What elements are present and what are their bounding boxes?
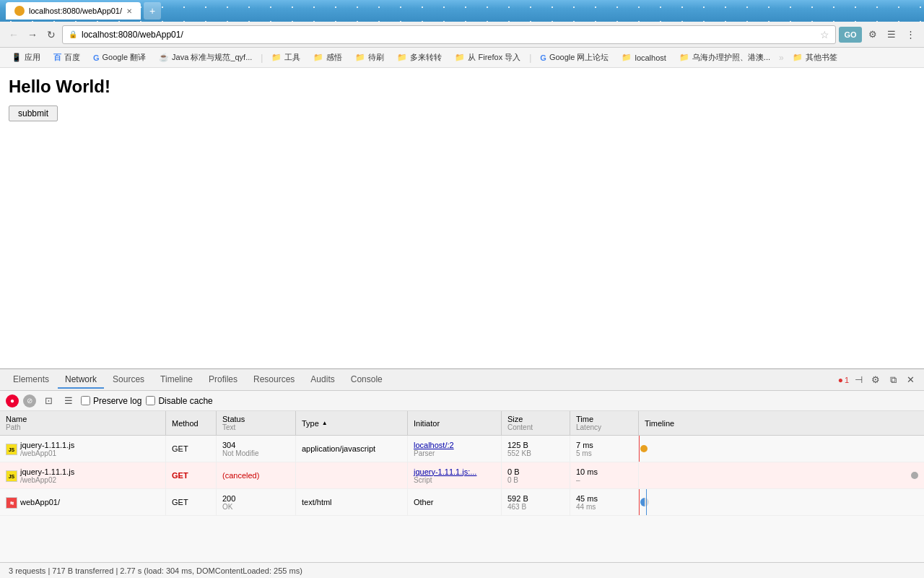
row3-timeline-dot — [640, 498, 649, 506]
google-groups-icon: G — [540, 53, 546, 62]
row2-status: (canceled) — [217, 462, 296, 488]
list-view-button[interactable]: ☰ — [61, 393, 77, 409]
more-icon[interactable]: ⋮ — [902, 27, 918, 43]
row1-size: 125 B 552 KB — [502, 436, 570, 462]
row1-timeline — [639, 436, 924, 462]
col-method[interactable]: Method — [166, 411, 217, 435]
bookmark-star-icon[interactable]: ☆ — [820, 29, 829, 40]
title-bar: localhost:8080/webApp01/ ✕ + — [0, 0, 924, 22]
browser-tab[interactable]: localhost:8080/webApp01/ ✕ — [6, 2, 141, 20]
tab-console[interactable]: Console — [344, 371, 390, 389]
table-row[interactable]: ⇆ webApp01/ GET 200 OK text/htm — [0, 489, 924, 516]
separator-2: | — [529, 53, 531, 63]
row3-status: 200 OK — [217, 489, 296, 515]
bookmark-ganwu[interactable]: 📁 感悟 — [308, 51, 348, 64]
devtools-settings-icon[interactable]: ⚙ — [868, 372, 884, 388]
apps-icon: 📱 — [12, 53, 22, 62]
filter-button[interactable]: ⊡ — [40, 393, 56, 409]
bookmark-wuhai[interactable]: 📁 乌海办理护照、港澳... — [674, 51, 776, 64]
row2-type — [296, 462, 408, 488]
network-subtoolbar: ● ⊘ ⊡ ☰ Preserve log Disable cache — [0, 391, 924, 411]
bookmark-java[interactable]: ☕ Java 标准与规范_qyf... — [153, 51, 258, 64]
col-status[interactable]: Status Text — [217, 411, 296, 435]
page-content: Hello World! subbmit — [0, 68, 924, 368]
bookmarks-bar: 📱 应用 百 百度 G Google 翻译 ☕ Java 标准与规范_qyf..… — [0, 48, 924, 68]
preserve-log-checkbox[interactable] — [81, 396, 90, 405]
google-translate-icon: G — [93, 53, 100, 62]
bookmark-daishua[interactable]: 📁 待刷 — [349, 51, 390, 64]
bookmark-baidu[interactable]: 百 百度 — [48, 51, 86, 64]
new-tab-button[interactable]: + — [144, 2, 161, 20]
navigation-bar: ← → ↻ 🔒 localhost:8080/webApp01/ ☆ GO ⚙ … — [0, 22, 924, 48]
record-button[interactable]: ● — [6, 394, 19, 407]
tab-close-button[interactable]: ✕ — [126, 7, 132, 15]
address-bar[interactable]: 🔒 localhost:8080/webApp01/ ☆ — [62, 25, 836, 44]
folder-icon-1: 📁 — [271, 53, 282, 62]
bookmark-apps[interactable]: 📱 应用 — [6, 51, 46, 64]
reload-button[interactable]: ↻ — [43, 27, 59, 43]
row2-method: GET — [166, 462, 217, 488]
bookmark-google-groups[interactable]: G Google 网上论坛 — [534, 51, 614, 64]
browser-window: localhost:8080/webApp01/ ✕ + ← → ↻ 🔒 loc… — [0, 0, 924, 578]
col-name[interactable]: Name Path — [0, 411, 166, 435]
table-row[interactable]: JS jquery-1.11.1.js /webApp01 GET 304 No… — [0, 436, 924, 462]
baidu-icon: 百 — [53, 52, 61, 63]
address-bar-icon: 🔒 — [69, 30, 77, 38]
console-drawer-icon[interactable]: ⊣ — [850, 372, 866, 388]
go-button[interactable]: GO — [839, 27, 862, 43]
page-heading: Hello World! — [9, 77, 915, 97]
bookmark-firefox-import[interactable]: 📁 从 Firefox 导入 — [449, 51, 526, 64]
col-size[interactable]: Size Content — [502, 411, 570, 435]
row2-timeline — [639, 462, 924, 488]
customize-icon[interactable]: ☰ — [884, 27, 899, 43]
row1-time: 7 ms 5 ms — [570, 436, 639, 462]
col-timeline[interactable]: Timeline 1.00 s 1.50 s 2.00 s 2.50 s — [639, 411, 924, 435]
col-time[interactable]: Time Latency — [570, 411, 639, 435]
tab-sources[interactable]: Sources — [105, 371, 152, 389]
java-icon: ☕ — [159, 53, 169, 62]
row1-status: 304 Not Modifie — [217, 436, 296, 462]
devtools-toolbar: Elements Network Sources Timeline Profil… — [0, 369, 924, 391]
preserve-log-label[interactable]: Preserve log — [81, 396, 141, 406]
col-type[interactable]: Type ▲ — [296, 411, 408, 435]
separator-3: » — [779, 53, 784, 63]
tab-audits[interactable]: Audits — [303, 371, 341, 389]
record-icon: ● — [10, 397, 14, 405]
sort-arrow-icon: ▲ — [322, 420, 328, 426]
forward-button[interactable]: → — [25, 27, 40, 43]
back-button[interactable]: ← — [6, 27, 22, 43]
bookmark-localhost[interactable]: 📁 localhost — [616, 51, 671, 64]
row3-type: text/html — [296, 489, 408, 515]
devtools-panel: Elements Network Sources Timeline Profil… — [0, 368, 924, 578]
tab-profiles[interactable]: Profiles — [201, 371, 245, 389]
row2-name: jquery-1.11.1.js /webApp02 — [20, 467, 74, 484]
folder-icon-7: 📁 — [679, 53, 689, 62]
folder-icon-6: 📁 — [622, 53, 632, 62]
bookmark-other[interactable]: 📁 其他书签 — [787, 51, 843, 64]
tab-resources[interactable]: Resources — [246, 371, 302, 389]
bookmark-duolai[interactable]: 📁 多来转转 — [391, 51, 448, 64]
submit-button[interactable]: subbmit — [9, 105, 58, 121]
row2-time: 10 ms – — [570, 462, 639, 488]
error-count-badge: ● 1 — [838, 375, 849, 385]
disable-cache-checkbox[interactable] — [146, 396, 155, 405]
row1-timeline-dot — [640, 445, 648, 452]
devtools-dock-icon[interactable]: ⧉ — [885, 372, 901, 388]
folder-icon-2: 📁 — [313, 53, 323, 62]
tab-elements[interactable]: Elements — [6, 371, 56, 389]
separator-1: | — [261, 53, 263, 63]
disable-cache-label[interactable]: Disable cache — [146, 396, 212, 406]
bookmark-tools[interactable]: 📁 工具 — [266, 51, 306, 64]
tab-network[interactable]: Network — [58, 371, 104, 389]
status-bar: 3 requests | 717 B transferred | 2.77 s … — [0, 562, 924, 578]
row3-size: 592 B 463 B — [502, 489, 570, 515]
devtools-close-icon[interactable]: ✕ — [902, 372, 918, 388]
col-initiator[interactable]: Initiator — [408, 411, 502, 435]
disable-cache-text: Disable cache — [158, 396, 212, 406]
row3-timeline — [639, 489, 924, 515]
table-row[interactable]: JS jquery-1.11.1.js /webApp02 GET (cance… — [0, 462, 924, 489]
tab-timeline[interactable]: Timeline — [153, 371, 200, 389]
settings-icon[interactable]: ⚙ — [865, 27, 881, 43]
clear-button[interactable]: ⊘ — [23, 394, 36, 407]
bookmark-google-translate[interactable]: G Google 翻译 — [87, 51, 152, 64]
